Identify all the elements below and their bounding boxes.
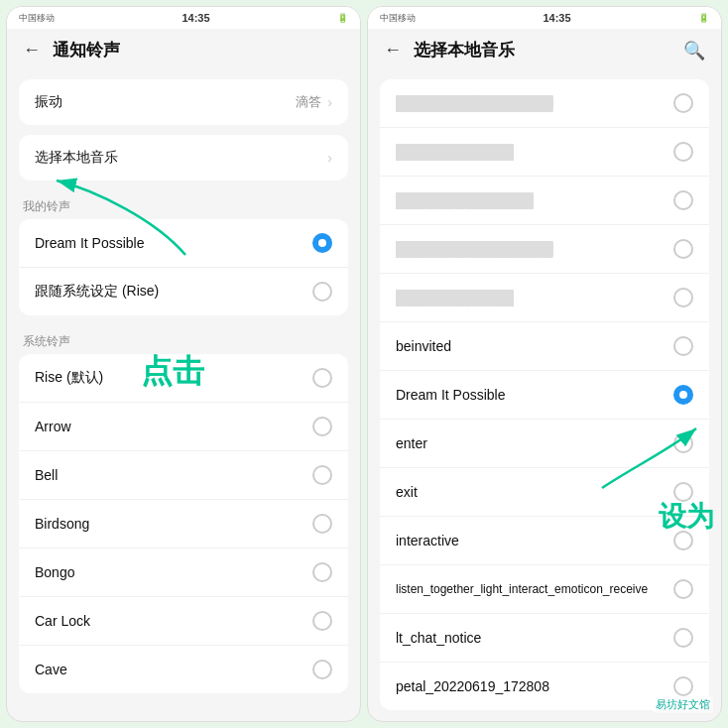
local-music-item[interactable]: 选择本地音乐 ›	[19, 135, 348, 181]
car-lock-radio[interactable]	[312, 611, 332, 631]
blurred-item-1[interactable]: ████████████████	[380, 79, 709, 128]
petal-label: petal_20220619_172808	[396, 678, 549, 694]
right-carrier: 中国移动	[380, 12, 416, 25]
blurred-label-1: ████████████████	[396, 95, 553, 111]
music-list-card: ████████████████ ████████████ ██████████…	[380, 79, 709, 710]
blurred-item-4[interactable]: ████████████████	[380, 225, 709, 274]
right-time: 14:35	[543, 12, 570, 24]
listen-together-item[interactable]: listen_together_light_interact_emoticon_…	[380, 565, 709, 614]
exit-label: exit	[396, 484, 418, 500]
right-content: ████████████████ ████████████ ██████████…	[368, 71, 721, 721]
interactive-item[interactable]: interactive	[380, 517, 709, 565]
interactive-label: interactive	[396, 533, 459, 548]
right-icons: 🔋	[698, 13, 709, 23]
left-time: 14:35	[182, 12, 209, 24]
right-back-button[interactable]: ←	[384, 40, 402, 61]
cave-item[interactable]: Cave	[19, 646, 348, 693]
vibration-item[interactable]: 振动 滴答 ›	[19, 79, 348, 125]
rise-system-radio[interactable]	[312, 282, 332, 302]
blurred-radio-4[interactable]	[673, 239, 693, 259]
blurred-item-3[interactable]: ██████████████	[380, 177, 709, 225]
blurred-radio-2[interactable]	[673, 142, 693, 162]
left-status-bar: 中国移动 14:35 🔋	[7, 7, 360, 29]
rise-default-label: Rise (默认)	[35, 369, 103, 387]
arrow-radio[interactable]	[312, 417, 332, 436]
vibration-card: 振动 滴答 ›	[19, 79, 348, 125]
beinvited-item[interactable]: beinvited	[380, 322, 709, 371]
right-panel-wrapper: 中国移动 14:35 🔋 ← 选择本地音乐 🔍 ████████████████…	[367, 6, 722, 722]
right-status-bar: 中国移动 14:35 🔋	[368, 7, 721, 29]
car-lock-item[interactable]: Car Lock	[19, 597, 348, 646]
enter-item[interactable]: enter	[380, 420, 709, 468]
system-ringtones-section-label: 系统铃声	[19, 325, 348, 354]
blurred-item-5[interactable]: ████████████	[380, 274, 709, 322]
blurred-radio-1[interactable]	[673, 93, 693, 113]
birdsong-item[interactable]: Birdsong	[19, 500, 348, 548]
bongo-label: Bongo	[35, 564, 74, 580]
left-panel-wrapper: 中国移动 14:35 🔋 ← 通知铃声 振动 滴答 ›	[6, 6, 361, 722]
rise-default-radio[interactable]	[312, 368, 332, 388]
bell-label: Bell	[35, 467, 58, 483]
petal-radio[interactable]	[673, 676, 693, 696]
exit-item[interactable]: exit	[380, 468, 709, 517]
left-carrier: 中国移动	[19, 12, 55, 25]
enter-radio[interactable]	[673, 433, 693, 453]
rise-system-item[interactable]: 跟随系统设定 (Rise)	[19, 268, 348, 315]
vibration-label: 振动	[35, 93, 62, 111]
watermark: 易坊好文馆	[653, 696, 713, 713]
local-music-right: ›	[327, 150, 332, 166]
bell-item[interactable]: Bell	[19, 451, 348, 500]
dream-it-possible-item[interactable]: Dream It Possible	[19, 219, 348, 268]
local-music-card: 选择本地音乐 ›	[19, 135, 348, 181]
blurred-label-3: ██████████████	[396, 192, 534, 208]
blurred-label-4: ████████████████	[396, 241, 553, 257]
beinvited-label: beinvited	[396, 338, 451, 354]
rise-system-label: 跟随系统设定 (Rise)	[35, 283, 159, 301]
vibration-chevron-icon: ›	[327, 94, 332, 110]
bongo-radio[interactable]	[312, 562, 332, 582]
left-top-bar: ← 通知铃声	[7, 29, 360, 71]
right-dream-label: Dream It Possible	[396, 387, 505, 403]
blurred-label-5: ████████████	[396, 290, 514, 305]
birdsong-radio[interactable]	[312, 514, 332, 534]
local-music-label: 选择本地音乐	[35, 149, 118, 167]
right-dream-item[interactable]: Dream It Possible	[380, 371, 709, 420]
search-icon[interactable]: 🔍	[683, 40, 705, 61]
interactive-radio[interactable]	[673, 531, 693, 550]
car-lock-label: Car Lock	[35, 613, 90, 629]
dream-it-possible-label: Dream It Possible	[35, 235, 144, 251]
rise-default-item[interactable]: Rise (默认)	[19, 354, 348, 403]
arrow-item[interactable]: Arrow	[19, 403, 348, 451]
cave-label: Cave	[35, 662, 67, 677]
lt-chat-item[interactable]: lt_chat_notice	[380, 614, 709, 663]
my-ringtones-card: Dream It Possible 跟随系统设定 (Rise)	[19, 219, 348, 315]
left-icons: 🔋	[337, 13, 348, 23]
bongo-item[interactable]: Bongo	[19, 548, 348, 597]
lt-chat-radio[interactable]	[673, 628, 693, 648]
blurred-label-2: ████████████	[396, 144, 514, 160]
beinvited-radio[interactable]	[673, 336, 693, 356]
right-panel: 中国移动 14:35 🔋 ← 选择本地音乐 🔍 ████████████████…	[367, 6, 722, 722]
right-page-title: 选择本地音乐	[414, 39, 671, 61]
cave-radio[interactable]	[312, 660, 332, 679]
system-ringtones-card: Rise (默认) Arrow Bell Birdsong Bongo	[19, 354, 348, 693]
blurred-item-2[interactable]: ████████████	[380, 128, 709, 177]
left-content: 振动 滴答 › 选择本地音乐 › 我的铃声	[7, 71, 360, 721]
local-music-chevron-icon: ›	[327, 150, 332, 166]
dream-it-possible-radio[interactable]	[312, 233, 332, 253]
birdsong-label: Birdsong	[35, 516, 89, 532]
blurred-radio-3[interactable]	[673, 190, 693, 210]
left-back-button[interactable]: ←	[23, 40, 41, 61]
vibration-value: 滴答	[296, 93, 321, 111]
exit-radio[interactable]	[673, 482, 693, 502]
left-panel: 中国移动 14:35 🔋 ← 通知铃声 振动 滴答 ›	[6, 6, 361, 722]
bell-radio[interactable]	[312, 465, 332, 485]
blurred-radio-5[interactable]	[673, 288, 693, 307]
my-ringtones-section-label: 我的铃声	[19, 190, 348, 219]
vibration-right: 滴答 ›	[296, 93, 332, 111]
listen-together-radio[interactable]	[673, 579, 693, 599]
left-page-title: 通知铃声	[53, 39, 344, 61]
arrow-label: Arrow	[35, 419, 71, 434]
right-dream-radio[interactable]	[673, 385, 693, 405]
lt-chat-label: lt_chat_notice	[396, 630, 481, 646]
